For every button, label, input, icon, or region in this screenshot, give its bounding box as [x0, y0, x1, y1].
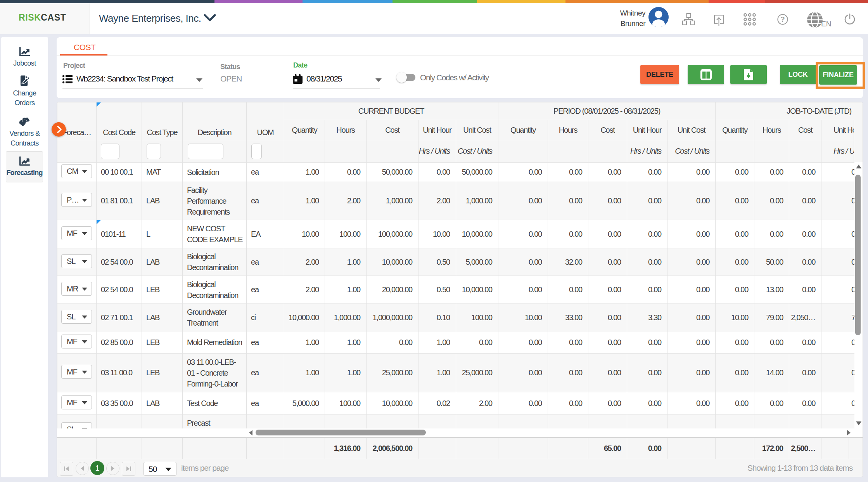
svg-text:?: ? [780, 16, 785, 23]
